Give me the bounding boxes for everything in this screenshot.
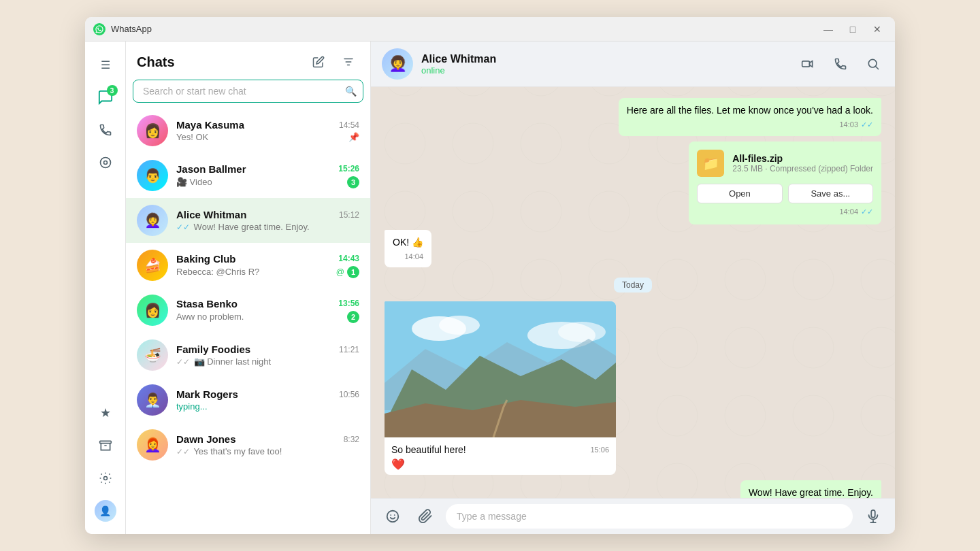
chat-name-jason: Jason Ballmer: [176, 163, 246, 175]
chat-item-maya[interactable]: 👩 Maya Kasuma 14:54 Yes! OK 📌: [126, 108, 370, 153]
message-row-5: Wow! Have great time. Enjoy. 15:12 ✓✓: [385, 480, 881, 498]
chat-preview-maya: Yes! OK: [176, 132, 344, 142]
app-body: ☰ 3 ★: [85, 41, 895, 534]
new-chat-button[interactable]: [308, 51, 329, 73]
app-title: WhatsApp: [111, 24, 819, 34]
microphone-icon: [866, 509, 881, 524]
svg-point-0: [93, 23, 105, 35]
maximize-button[interactable]: □: [843, 20, 862, 39]
chat-item-alice[interactable]: 👩‍🦱 Alice Whitman 15:12 ✓✓ Wow! Have gre…: [126, 198, 370, 243]
chat-time-jason: 15:26: [338, 164, 359, 173]
search-input[interactable]: [133, 80, 363, 103]
nav-status[interactable]: [91, 148, 120, 178]
svg-point-1: [100, 158, 110, 168]
file-icon: 📁: [697, 150, 724, 177]
chat-list-panel: Chats 🔍: [126, 41, 371, 534]
chat-item-dawn[interactable]: 👩‍🦰 Dawn Jones 8:32 ✓✓ Yes that's my fav…: [126, 422, 370, 467]
image-caption-text: So beautiful here!: [391, 444, 466, 455]
status-icon: [99, 156, 112, 169]
search-chat-button[interactable]: [862, 53, 884, 75]
chat-item-stasa[interactable]: 👩 Stasa Benko 13:56 Aww no problem. 2: [126, 288, 370, 333]
date-divider-text: Today: [614, 278, 652, 293]
message-text-5: Wow! Have great time. Enjoy.: [749, 487, 873, 498]
save-file-button[interactable]: Save as...: [788, 184, 873, 203]
avatar-family: 🍜: [137, 339, 168, 371]
chat-avatar[interactable]: 👩‍🦱: [382, 48, 413, 80]
landscape-svg: [385, 301, 616, 437]
profile-avatar: 👤: [95, 500, 116, 522]
emoji-button[interactable]: [380, 504, 405, 529]
message-text-1: Here are all the files. Let me know once…: [627, 105, 873, 116]
nav-archived[interactable]: [91, 431, 120, 461]
message-row-3: OK! 👍 14:04: [385, 230, 881, 268]
settings-icon: [99, 471, 112, 485]
chat-time-mark: 10:56: [339, 390, 359, 399]
emoji-icon: [385, 509, 400, 524]
chat-name-alice: Alice Whitman: [176, 209, 246, 220]
chat-list-header-icons: [308, 51, 359, 73]
double-check-dawn: ✓✓: [176, 447, 190, 456]
unread-badge-baking: 1: [347, 266, 359, 278]
svg-rect-5: [802, 61, 810, 67]
chat-item-jason[interactable]: 👨 Jason Ballmer 15:26 🎥 Video 3: [126, 153, 370, 198]
whatsapp-logo: [93, 23, 105, 35]
chat-name-mark: Mark Rogers: [176, 388, 238, 400]
chat-name-stasa: Stasa Benko: [176, 298, 238, 310]
file-bubble: 📁 All-files.zip 23.5 MB · Compressed (zi…: [689, 141, 881, 224]
chat-item-family[interactable]: 🍜 Family Foodies 11:21 ✓✓ 📷 Dinner last …: [126, 333, 370, 378]
minimize-button[interactable]: —: [819, 20, 838, 39]
chat-preview-dawn: ✓✓ Yes that's my fave too!: [176, 446, 359, 456]
message-check-1: ✓✓: [861, 119, 873, 131]
attach-button[interactable]: [413, 504, 438, 529]
search-chat-icon: [866, 57, 880, 71]
nav-starred[interactable]: ★: [91, 398, 120, 428]
voice-call-button[interactable]: [830, 53, 851, 75]
nav-calls[interactable]: [91, 115, 120, 145]
file-actions: Open Save as...: [697, 184, 873, 203]
message-row-4: So beautiful here! 15:06 ❤️: [385, 301, 881, 475]
chat-header-icons: [797, 53, 884, 75]
date-divider: Today: [385, 278, 881, 290]
svg-point-2: [103, 161, 107, 165]
message-bubble-3: OK! 👍 14:04: [385, 230, 431, 268]
microphone-button[interactable]: [861, 504, 885, 529]
chat-time-maya: 14:54: [339, 120, 359, 130]
nav-menu[interactable]: ☰: [91, 50, 120, 80]
chat-info-stasa: Stasa Benko 13:56 Aww no problem. 2: [176, 298, 359, 323]
close-button[interactable]: ✕: [868, 20, 887, 39]
unread-badge-jason: 3: [347, 176, 359, 188]
video-call-button[interactable]: [797, 53, 819, 75]
chat-info-alice: Alice Whitman 15:12 ✓✓ Wow! Have great t…: [176, 209, 359, 232]
open-file-button[interactable]: Open: [697, 184, 782, 203]
svg-point-9: [439, 316, 480, 335]
message-input[interactable]: [446, 504, 853, 529]
nav-chats[interactable]: 3: [91, 82, 120, 112]
chat-header-info: Alice Whitman online: [421, 53, 789, 76]
chat-info-dawn: Dawn Jones 8:32 ✓✓ Yes that's my fave to…: [176, 433, 359, 456]
chats-title: Chats: [137, 54, 175, 70]
svg-point-16: [390, 514, 391, 516]
voice-call-icon: [834, 57, 847, 71]
chat-name-maya: Maya Kasuma: [176, 119, 244, 131]
video-call-icon: [801, 57, 815, 71]
file-info: All-files.zip 23.5 MB · Compressed (zipp…: [732, 153, 873, 173]
calls-icon: [99, 123, 112, 137]
chat-time-alice: 15:12: [339, 210, 359, 220]
contact-status: online: [421, 65, 789, 76]
chat-item-mark[interactable]: 👨‍💼 Mark Rogers 10:56 typing...: [126, 378, 370, 422]
svg-point-15: [387, 511, 399, 522]
nav-profile[interactable]: 👤: [91, 496, 120, 526]
chat-preview-mark: typing...: [176, 401, 359, 412]
filter-button[interactable]: [338, 51, 359, 73]
star-icon: ★: [100, 405, 111, 420]
chat-item-baking[interactable]: 🍰 Baking Club 14:43 Rebecca: @Chris R? @…: [126, 243, 370, 288]
app-window: WhatsApp — □ ✕ ☰ 3: [85, 17, 895, 534]
image-caption: So beautiful here! 15:06 ❤️: [385, 437, 616, 475]
menu-icon: ☰: [101, 59, 110, 71]
nav-rail: ☰ 3 ★: [85, 41, 126, 534]
chat-info-maya: Maya Kasuma 14:54 Yes! OK 📌: [176, 119, 359, 142]
chat-info-mark: Mark Rogers 10:56 typing...: [176, 388, 359, 412]
message-text-3: OK! 👍: [393, 237, 423, 248]
unread-badge-stasa: 2: [347, 311, 359, 323]
nav-settings[interactable]: [91, 463, 120, 493]
